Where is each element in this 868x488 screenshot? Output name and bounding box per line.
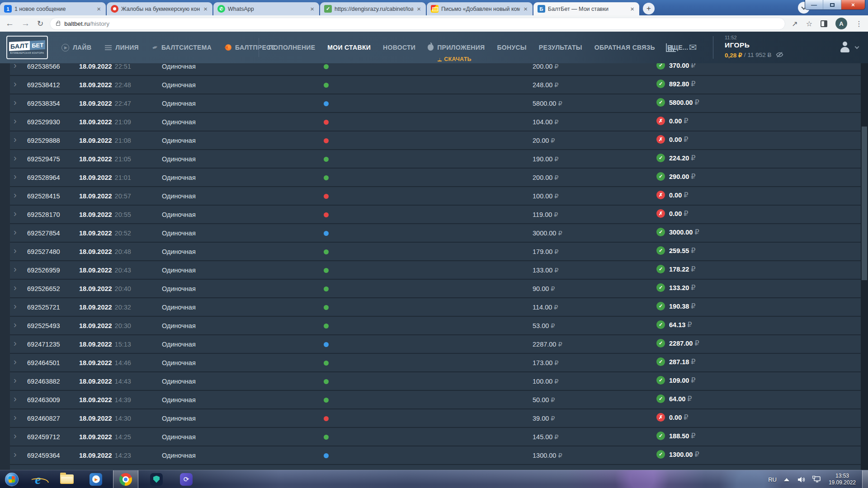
table-row[interactable]: › 692528964 18.09.202221:01 Одиночная 20… <box>0 169 868 187</box>
table-row[interactable]: › 692463882 18.09.202214:43 Одиночная 10… <box>0 372 868 391</box>
maximize-button[interactable] <box>823 0 841 9</box>
expand-chevron-icon[interactable]: › <box>14 412 17 422</box>
table-row[interactable]: › 692525721 18.09.202220:32 Одиночная 11… <box>0 298 868 317</box>
tab-close-icon[interactable]: × <box>523 5 528 12</box>
table-row[interactable]: › 692527480 18.09.202220:48 Одиночная 17… <box>0 243 868 261</box>
browser-tab[interactable]: ✓ https://dengisrazy.ru/cabinet/loa × <box>320 2 426 15</box>
mail-icon[interactable]: ✉ <box>689 44 697 51</box>
share-icon[interactable]: ↗ <box>792 19 797 28</box>
taskbar-security-app[interactable] <box>145 470 168 488</box>
expand-chevron-icon[interactable]: › <box>14 394 17 404</box>
eye-off-icon[interactable] <box>776 52 783 59</box>
browser-tab[interactable]: ✆ WhatsApp × <box>213 2 319 15</box>
expand-chevron-icon[interactable]: › <box>14 449 17 460</box>
table-row[interactable]: › 692538566 18.09.202222:51 Одиночная 20… <box>0 63 868 76</box>
nav-item-лайв[interactable]: ▶ ЛАЙВ <box>61 44 91 52</box>
browser-menu-icon[interactable]: ⋮ <box>855 19 863 28</box>
chevron-down-icon[interactable] <box>855 45 859 49</box>
table-row[interactable]: › 692538354 18.09.202222:47 Одиночная 58… <box>0 94 868 113</box>
table-row[interactable]: › 692538412 18.09.202222:48 Одиночная 24… <box>0 76 868 94</box>
table-row[interactable]: › 692527854 18.09.202220:52 Одиночная 30… <box>0 224 868 243</box>
table-row[interactable]: › 692525493 18.09.202220:30 Одиночная 53… <box>0 317 868 335</box>
table-row[interactable]: › 692464501 18.09.202214:46 Одиночная 17… <box>0 354 868 372</box>
expand-chevron-icon[interactable]: › <box>14 116 17 126</box>
browser-tab[interactable]: 1 1 новое сообщение × <box>0 2 106 15</box>
tab-close-icon[interactable]: × <box>203 5 208 12</box>
expand-chevron-icon[interactable]: › <box>14 153 17 163</box>
close-button[interactable]: × <box>841 0 865 9</box>
page-scrollbar[interactable] <box>861 63 868 470</box>
baltbet-logo[interactable]: БАЛТ БЕТ БУКМЕКЕРСКАЯ КОНТОРА <box>6 36 48 59</box>
scrollbar-thumb[interactable] <box>862 127 867 280</box>
expand-chevron-icon[interactable]: › <box>14 63 17 70</box>
nav-item-результаты[interactable]: РЕЗУЛЬТАТЫ <box>539 44 582 51</box>
minimize-button[interactable]: — <box>805 0 823 9</box>
expand-chevron-icon[interactable]: › <box>14 97 17 108</box>
nav-item-новости[interactable]: НОВОСТИ <box>383 44 415 51</box>
table-row[interactable]: › 692463009 18.09.202214:39 Одиночная 50… <box>0 391 868 409</box>
table-row[interactable]: › 692529475 18.09.202221:05 Одиночная 19… <box>0 150 868 169</box>
table-row[interactable]: › 692459364 18.09.202214:23 Одиночная 13… <box>0 446 868 465</box>
expand-chevron-icon[interactable]: › <box>14 264 17 274</box>
expand-chevron-icon[interactable]: › <box>14 134 17 145</box>
tab-close-icon[interactable]: × <box>96 5 102 12</box>
profile-avatar[interactable]: A <box>835 18 847 29</box>
reload-button[interactable]: ↻ <box>37 19 43 28</box>
table-row[interactable]: › 692459712 18.09.202214:25 Одиночная 14… <box>0 428 868 446</box>
expand-chevron-icon[interactable]: › <box>14 357 17 367</box>
tray-expand-icon[interactable] <box>784 478 789 481</box>
table-row[interactable]: › 692529888 18.09.202221:08 Одиночная 20… <box>0 131 868 150</box>
table-row[interactable]: › 692528170 18.09.202220:55 Одиночная 11… <box>0 206 868 224</box>
expand-chevron-icon[interactable]: › <box>14 301 17 311</box>
nav-item-мои-ставки[interactable]: МОИ СТАВКИ <box>327 44 371 51</box>
taskbar-media-player[interactable]: ▶ <box>84 470 108 488</box>
taskbar-file-explorer[interactable] <box>55 470 79 488</box>
nav-item-линия[interactable]: ЛИНИЯ <box>105 44 139 51</box>
taskbar-internet-explorer[interactable]: e <box>26 470 50 488</box>
nav-item-приложения[interactable]: ПРИЛОЖЕНИЯ ↓СКАЧАТЬ <box>428 44 485 51</box>
download-link[interactable]: ↓СКАЧАТЬ <box>438 56 472 62</box>
table-row[interactable]: › 692526959 18.09.202220:43 Одиночная 13… <box>0 261 868 280</box>
expand-chevron-icon[interactable]: › <box>14 338 17 348</box>
taskbar-chrome-active[interactable] <box>113 470 138 488</box>
speaker-icon[interactable] <box>797 476 805 483</box>
side-panel-icon[interactable] <box>821 20 827 27</box>
address-bar[interactable]: baltbet.ru /history <box>50 18 785 30</box>
language-indicator[interactable]: RU <box>768 476 777 483</box>
expand-chevron-icon[interactable]: › <box>14 227 17 237</box>
expand-chevron-icon[interactable]: › <box>14 190 17 200</box>
tab-close-icon[interactable]: × <box>309 5 315 12</box>
new-tab-button[interactable]: + <box>643 3 655 14</box>
taskbar-clock[interactable]: 13:53 19.09.2022 <box>829 473 856 486</box>
table-row[interactable]: › 692529930 18.09.202221:09 Одиночная 10… <box>0 113 868 131</box>
expand-chevron-icon[interactable]: › <box>14 431 17 441</box>
nav-item-пополнение[interactable]: ПОПОЛНЕНИЕ <box>269 44 315 51</box>
expand-chevron-icon[interactable]: › <box>14 319 17 330</box>
bookmark-star-icon[interactable]: ☆ <box>806 19 812 28</box>
start-button[interactable] <box>0 470 24 488</box>
expand-chevron-icon[interactable]: › <box>14 245 17 256</box>
expand-chevron-icon[interactable]: › <box>14 208 17 219</box>
forward-button[interactable]: → <box>21 19 30 28</box>
nav-item-балтсистема[interactable]: ✒ БАЛТСИСТЕМА <box>152 44 212 51</box>
account-person-icon[interactable] <box>839 42 851 53</box>
tab-close-icon[interactable]: × <box>629 5 635 12</box>
table-row[interactable]: › 692526652 18.09.202220:40 Одиночная 90… <box>0 280 868 298</box>
nav-item-бонусы[interactable]: БОНУСЫ <box>497 44 526 51</box>
back-button[interactable]: ← <box>5 19 14 28</box>
tab-close-icon[interactable]: × <box>416 5 422 12</box>
expand-chevron-icon[interactable]: › <box>14 375 17 385</box>
bar-chart-icon[interactable] <box>666 43 676 52</box>
table-row[interactable]: › 692471235 18.09.202215:13 Одиночная 22… <box>0 335 868 354</box>
browser-tab[interactable]: Жалобы на букмекерскую конт × <box>107 2 212 15</box>
network-icon[interactable] <box>812 476 821 483</box>
taskbar-recovery-app[interactable]: ⟳ <box>175 470 198 488</box>
show-desktop-button[interactable] <box>862 470 868 488</box>
user-block[interactable]: 11:52 ИГОРЬ 0,28 ₽ / 11 952 Ƀ <box>725 35 783 59</box>
expand-chevron-icon[interactable]: › <box>14 282 17 293</box>
table-row[interactable]: › 692460827 18.09.202214:30 Одиночная 39… <box>0 409 868 428</box>
expand-chevron-icon[interactable]: › <box>14 79 17 89</box>
expand-chevron-icon[interactable]: › <box>14 171 17 182</box>
browser-tab[interactable]: Письмо «Добавлен новый ком × <box>427 2 533 15</box>
table-row[interactable]: › 692528415 18.09.202220:57 Одиночная 10… <box>0 187 868 206</box>
